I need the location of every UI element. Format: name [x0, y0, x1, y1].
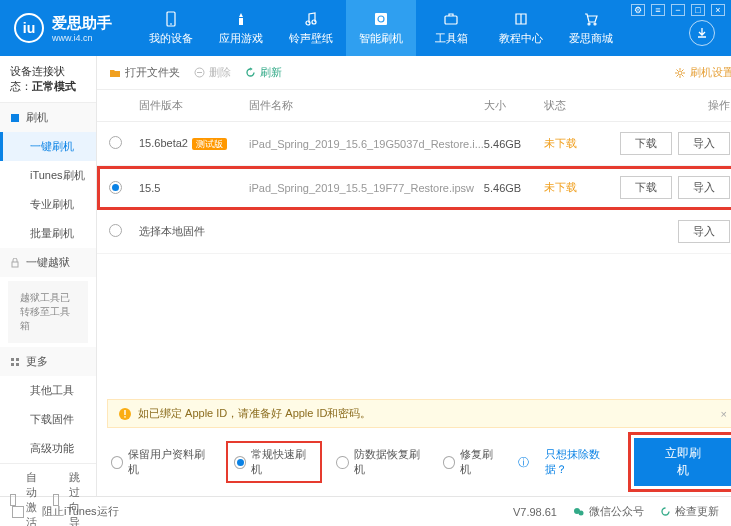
sidebar-item-other-tools[interactable]: 其他工具 — [0, 376, 96, 405]
row-size: 5.46GB — [484, 138, 544, 150]
sidebar-item-pro[interactable]: 专业刷机 — [0, 190, 96, 219]
row-radio[interactable] — [109, 181, 122, 194]
download-manager-button[interactable] — [689, 20, 715, 46]
nav-label: 教程中心 — [499, 31, 543, 46]
sidebar-item-batch[interactable]: 批量刷机 — [0, 219, 96, 248]
section-more[interactable]: 更多 — [0, 347, 96, 376]
alert-close-icon[interactable]: × — [720, 408, 726, 420]
nav-smart-flash[interactable]: 智能刷机 — [346, 0, 416, 56]
nav-apps[interactable]: 应用游戏 — [206, 0, 276, 56]
svg-rect-13 — [16, 363, 19, 366]
section-flash[interactable]: 刷机 — [0, 103, 96, 132]
svg-rect-18 — [124, 410, 125, 415]
app-icon — [232, 10, 250, 28]
col-ops: 操作 — [604, 98, 731, 113]
sidebar-item-itunes[interactable]: iTunes刷机 — [0, 161, 96, 190]
select-local-label: 选择本地固件 — [139, 224, 604, 239]
firmware-row[interactable]: 15.5 iPad_Spring_2019_15.5_19F77_Restore… — [97, 166, 731, 210]
version-label: V7.98.61 — [513, 506, 557, 518]
open-folder-button[interactable]: 打开文件夹 — [109, 65, 180, 80]
download-button[interactable]: 下载 — [620, 176, 672, 199]
section-jailbreak[interactable]: 一键越狱 — [0, 248, 96, 277]
auto-activate-checkbox[interactable] — [10, 494, 16, 506]
nav-tutorials[interactable]: 教程中心 — [486, 0, 556, 56]
block-itunes-checkbox[interactable] — [12, 506, 24, 518]
cart-icon — [582, 10, 600, 28]
app-url: www.i4.cn — [52, 33, 112, 43]
sidebar-item-download-fw[interactable]: 下载固件 — [0, 405, 96, 434]
col-size: 大小 — [484, 98, 544, 113]
firmware-row[interactable]: 15.6beta2测试版 iPad_Spring_2019_15.6_19G50… — [97, 122, 731, 166]
row-radio[interactable] — [109, 136, 122, 149]
win-close-icon[interactable]: × — [711, 4, 725, 16]
alert-text: 如已绑定 Apple ID，请准备好 Apple ID和密码。 — [138, 406, 372, 421]
nav-my-device[interactable]: 我的设备 — [136, 0, 206, 56]
info-icon[interactable]: ⓘ — [518, 455, 529, 470]
win-menu-icon[interactable]: ≡ — [651, 4, 665, 16]
svg-point-21 — [579, 510, 584, 515]
sidebar-item-oneclick[interactable]: 一键刷机 — [0, 132, 96, 161]
row-version: 15.5 — [139, 182, 160, 194]
option-anti-recovery[interactable]: 防数据恢复刷机 — [336, 447, 427, 477]
row-size: 5.46GB — [484, 182, 544, 194]
auto-activate-label: 自动激活 — [26, 470, 43, 526]
option-keep-data[interactable]: 保留用户资料刷机 — [111, 447, 212, 477]
nav-label: 应用游戏 — [219, 31, 263, 46]
svg-rect-11 — [16, 358, 19, 361]
check-update-link[interactable]: 检查更新 — [660, 504, 719, 519]
erase-only-link[interactable]: 只想抹除数据？ — [545, 447, 618, 477]
wechat-link[interactable]: 微信公众号 — [573, 504, 644, 519]
update-icon — [660, 506, 671, 517]
nav-store[interactable]: 爱思商城 — [556, 0, 626, 56]
start-flash-button[interactable]: 立即刷机 — [634, 438, 731, 486]
import-button[interactable]: 导入 — [678, 176, 730, 199]
row-state: 未下载 — [544, 136, 604, 151]
logo: iu 爱思助手 www.i4.cn — [0, 0, 126, 56]
row-filename: iPad_Spring_2019_15.6_19G5037d_Restore.i… — [249, 138, 484, 150]
option-repair-flash[interactable]: 修复刷机 — [443, 447, 502, 477]
nav-toolbox[interactable]: 工具箱 — [416, 0, 486, 56]
import-button[interactable]: 导入 — [678, 220, 730, 243]
nav-label: 爱思商城 — [569, 31, 613, 46]
win-minimize-icon[interactable]: − — [671, 4, 685, 16]
nav-ringtones[interactable]: 铃声壁纸 — [276, 0, 346, 56]
block-itunes-label: 阻止iTunes运行 — [42, 504, 119, 519]
col-version: 固件版本 — [139, 98, 249, 113]
toolbox-icon — [442, 10, 460, 28]
col-state: 状态 — [544, 98, 604, 113]
flash-settings-button[interactable]: 刷机设置 — [674, 65, 731, 80]
row-version: 15.6beta2 — [139, 137, 188, 149]
select-local-row[interactable]: 选择本地固件 导入 — [97, 210, 731, 254]
phone-icon — [162, 10, 180, 28]
app-title: 爱思助手 — [52, 14, 112, 33]
col-filename: 固件名称 — [249, 98, 484, 113]
win-maximize-icon[interactable]: □ — [691, 4, 705, 16]
nav-label: 我的设备 — [149, 31, 193, 46]
beta-tag: 测试版 — [192, 138, 227, 150]
svg-rect-12 — [11, 363, 14, 366]
svg-point-16 — [678, 71, 682, 75]
sidebar-item-advanced[interactable]: 高级功能 — [0, 434, 96, 463]
svg-rect-8 — [11, 114, 19, 122]
import-button[interactable]: 导入 — [678, 132, 730, 155]
win-settings-icon[interactable]: ⚙ — [631, 4, 645, 16]
refresh-square-icon — [372, 10, 390, 28]
warning-icon — [118, 407, 132, 421]
nav-label: 工具箱 — [435, 31, 468, 46]
row-filename: iPad_Spring_2019_15.5_19F77_Restore.ipsw — [249, 182, 484, 194]
svg-point-7 — [594, 23, 596, 25]
logo-icon: iu — [14, 13, 44, 43]
nav-label: 智能刷机 — [359, 31, 403, 46]
option-normal-flash[interactable]: 常规快速刷机 — [228, 443, 320, 481]
svg-rect-5 — [445, 16, 457, 24]
refresh-button[interactable]: 刷新 — [245, 65, 282, 80]
svg-point-6 — [588, 23, 590, 25]
download-button[interactable]: 下载 — [620, 132, 672, 155]
wechat-icon — [573, 506, 585, 518]
delete-button[interactable]: 删除 — [194, 65, 231, 80]
svg-rect-4 — [375, 13, 387, 25]
book-icon — [512, 10, 530, 28]
music-icon — [302, 10, 320, 28]
row-radio[interactable] — [109, 224, 122, 237]
nav-label: 铃声壁纸 — [289, 31, 333, 46]
